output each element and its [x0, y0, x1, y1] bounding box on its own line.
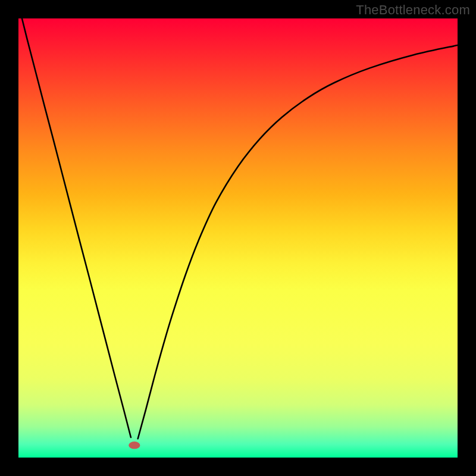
plot-gradient-background — [18, 18, 458, 458]
chart-stage: TheBottleneck.com — [0, 0, 476, 476]
watermark-text: TheBottleneck.com — [356, 2, 470, 18]
